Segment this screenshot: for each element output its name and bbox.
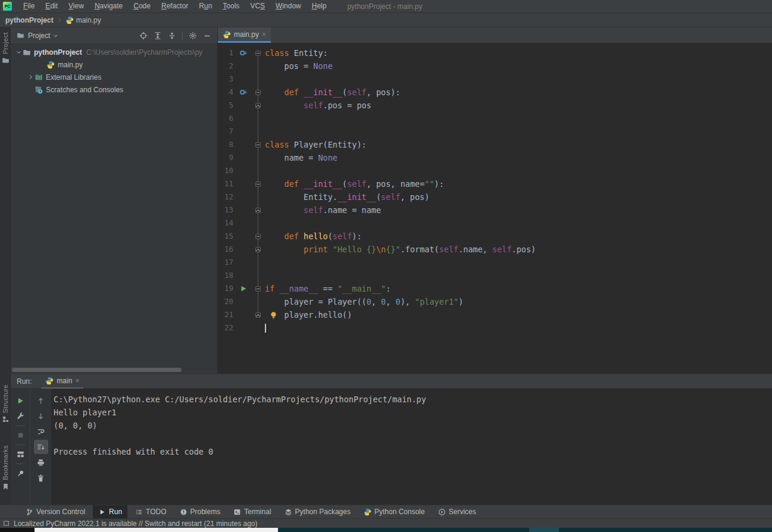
- tree-item-external-libraries[interactable]: External Libraries: [11, 71, 217, 83]
- stripe-button-bookmarks[interactable]: Bookmarks: [0, 445, 11, 490]
- layout-button[interactable]: [13, 447, 27, 461]
- code-line-15[interactable]: 15 def hello(self):: [218, 230, 772, 243]
- up-button[interactable]: [34, 393, 48, 408]
- toolwindow-button-terminal[interactable]: Terminal: [228, 505, 276, 518]
- code-line-14[interactable]: 14: [218, 217, 772, 230]
- fold-marker[interactable]: [254, 177, 262, 190]
- code-line-3[interactable]: 3: [218, 73, 772, 86]
- override-gutter[interactable]: [233, 46, 254, 60]
- code-line-20[interactable]: 20 player = Player((0, 0, 0), "player1"): [218, 295, 772, 308]
- tree-item-scratches-and-consoles[interactable]: Scratches and Consoles: [11, 83, 217, 96]
- fold-marker[interactable]: [254, 86, 262, 99]
- menu-window[interactable]: Window: [270, 0, 307, 12]
- breadcrumb-project[interactable]: pythonProject: [5, 16, 54, 24]
- stripe-button-project[interactable]: Project: [0, 32, 11, 64]
- run-toolbar: [11, 389, 30, 505]
- tree-item-pythonproject[interactable]: pythonProjectC:\Users\soldier\PycharmPro…: [11, 46, 217, 58]
- print-button[interactable]: [34, 455, 48, 470]
- stripe-button-structure[interactable]: Structure: [0, 384, 11, 423]
- close-icon[interactable]: ×: [262, 32, 266, 37]
- toolwindow-button-run[interactable]: Run: [93, 505, 127, 518]
- pin-button[interactable]: [13, 466, 27, 480]
- toolwindow-button-problems[interactable]: Problems: [174, 505, 226, 518]
- code-line-1[interactable]: 1class Entity:: [218, 46, 772, 60]
- toolwindow-button-todo[interactable]: TODO: [130, 505, 171, 518]
- menu-refactor[interactable]: Refactor: [156, 0, 193, 12]
- gutter: [233, 308, 254, 321]
- menu-tools[interactable]: Tools: [217, 0, 245, 12]
- down-button[interactable]: [34, 409, 48, 423]
- code-line-13[interactable]: 13 self.name = name: [218, 204, 772, 217]
- settings-wrench-button[interactable]: [13, 409, 27, 423]
- run-tab-main[interactable]: main ×: [41, 374, 83, 389]
- tree-item-main-py[interactable]: main.py: [11, 58, 217, 71]
- toolwindow-button-python-console[interactable]: Python Console: [358, 505, 430, 518]
- fold-marker[interactable]: [254, 308, 262, 321]
- scroll-end-button[interactable]: [34, 440, 48, 454]
- code-line-21[interactable]: 21 player.hello(): [218, 308, 772, 321]
- project-view-dropdown[interactable]: Project: [28, 32, 50, 40]
- close-icon[interactable]: ×: [75, 378, 79, 384]
- code-text: class Entity:: [265, 46, 328, 60]
- chevron-right-icon[interactable]: [26, 74, 35, 80]
- locate-button[interactable]: [137, 29, 150, 42]
- fold-marker[interactable]: [254, 99, 262, 112]
- fold-marker[interactable]: [254, 46, 262, 60]
- run-gutter[interactable]: [233, 282, 254, 295]
- gutter: [233, 125, 254, 138]
- code-line-22[interactable]: 22: [218, 321, 772, 334]
- menu-run[interactable]: Run: [193, 0, 217, 12]
- folder-icon: [2, 57, 10, 64]
- menu-vcs[interactable]: VCS: [245, 0, 270, 12]
- fold-marker[interactable]: [254, 204, 262, 217]
- stop-button[interactable]: [13, 428, 27, 442]
- fold-marker[interactable]: [254, 230, 262, 243]
- override-gutter[interactable]: [233, 86, 254, 99]
- chevron-down-icon[interactable]: [14, 49, 23, 55]
- code-line-2[interactable]: 2 pos = None: [218, 60, 772, 73]
- toolwindow-button-services[interactable]: Services: [433, 505, 482, 518]
- collapse-all-button[interactable]: [165, 29, 179, 42]
- chevron-down-icon[interactable]: [52, 31, 59, 40]
- rerun-button[interactable]: [13, 393, 27, 408]
- code-line-16[interactable]: 16 print "Hello {}\n{}".format(self.name…: [218, 243, 772, 256]
- toolwindow-button-version-control[interactable]: Version Control: [20, 505, 90, 518]
- code-line-5[interactable]: 5 self.pos = pos: [218, 99, 772, 112]
- toolwindow-button-python-packages[interactable]: Python Packages: [279, 505, 356, 518]
- status-message[interactable]: Localized PyCharm 2022.1 is available //…: [14, 520, 258, 528]
- code-line-8[interactable]: 8class Player(Entity):: [218, 138, 772, 151]
- hide-button[interactable]: [201, 29, 214, 42]
- code-line-12[interactable]: 12 Entity.__init__(self, pos): [218, 190, 772, 204]
- settings-icon: [189, 32, 197, 40]
- menu-help[interactable]: Help: [307, 0, 332, 12]
- code-line-4[interactable]: 4 def __init__(self, pos):: [218, 86, 772, 99]
- fold-marker[interactable]: [254, 243, 262, 256]
- code-editor[interactable]: 1class Entity:2 pos = None34 def __init_…: [218, 43, 772, 374]
- horizontal-scrollbar-thumb[interactable]: [12, 368, 182, 372]
- fold-marker[interactable]: [254, 282, 262, 295]
- clear-button[interactable]: [34, 471, 48, 485]
- soft-wrap-button[interactable]: [34, 424, 48, 439]
- code-line-19[interactable]: 19if __name__ == "__main__":: [218, 282, 772, 295]
- code-line-9[interactable]: 9 name = None: [218, 151, 772, 164]
- settings-button[interactable]: [186, 29, 199, 42]
- gutter: [233, 164, 254, 177]
- code-line-10[interactable]: 10: [218, 164, 772, 177]
- menu-view[interactable]: View: [63, 0, 89, 12]
- menu-file[interactable]: File: [18, 0, 40, 12]
- menu-edit[interactable]: Edit: [40, 0, 63, 12]
- fold-marker[interactable]: [254, 138, 262, 151]
- code-line-17[interactable]: 17: [218, 256, 772, 269]
- gutter: [233, 99, 254, 112]
- menu-navigate[interactable]: Navigate: [89, 0, 128, 12]
- code-line-7[interactable]: 7: [218, 125, 772, 138]
- run-console-output[interactable]: C:\Python27\python.exe C:/Users/soldier/…: [51, 389, 772, 505]
- code-line-18[interactable]: 18: [218, 269, 772, 282]
- menu-code[interactable]: Code: [128, 0, 156, 12]
- breadcrumb-file[interactable]: main.py: [76, 16, 101, 24]
- code-line-6[interactable]: 6: [218, 112, 772, 125]
- code-line-11[interactable]: 11 def __init__(self, pos, name=""):: [218, 177, 772, 190]
- python-file-icon: [65, 16, 74, 24]
- expand-all-button[interactable]: [151, 29, 164, 42]
- tab-main-py[interactable]: main.py ×: [218, 27, 271, 43]
